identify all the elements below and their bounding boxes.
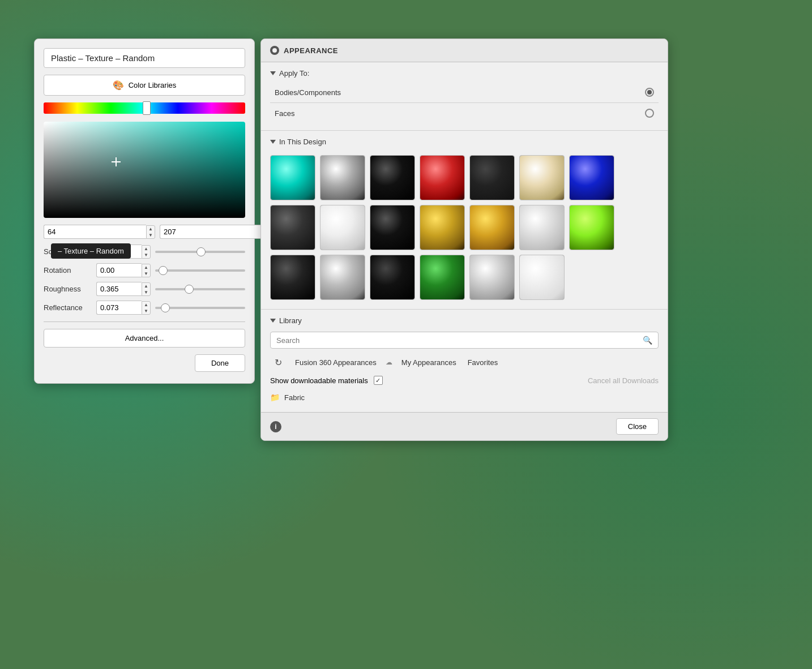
roughness-down[interactable]: ▼	[142, 289, 150, 295]
roughness-slider[interactable]	[155, 284, 245, 295]
rotation-slider[interactable]	[155, 265, 245, 276]
show-downloadable-label: Show downloadable materials	[270, 376, 368, 385]
search-input[interactable]	[276, 336, 643, 345]
material-item-chrome[interactable]	[320, 255, 365, 300]
search-box[interactable]: 🔍	[270, 332, 659, 349]
rotation-label: Rotation	[44, 266, 92, 275]
faces-row[interactable]: Faces	[270, 105, 659, 121]
red-up-arrow[interactable]: ▲	[147, 226, 155, 232]
material-item-white[interactable]	[320, 205, 365, 250]
apply-to-header[interactable]: Apply To:	[270, 69, 659, 78]
close-button[interactable]: Close	[616, 418, 659, 435]
material-item-green[interactable]	[420, 255, 465, 300]
scale-spinner[interactable]: ▲ ▼	[142, 245, 151, 259]
reflectance-row: Reflectance ▲ ▼	[44, 301, 245, 315]
hue-slider[interactable]	[44, 102, 245, 116]
library-header[interactable]: Library	[270, 316, 659, 325]
tab-my-appearances[interactable]: My Appearances	[399, 357, 459, 368]
downloadable-checkbox[interactable]: ✓	[374, 376, 383, 385]
rotation-up[interactable]: ▲	[142, 264, 150, 271]
apply-to-section: Apply To: Bodies/Components Faces	[261, 62, 668, 131]
done-button[interactable]: Done	[195, 354, 245, 372]
scale-thumb[interactable]	[196, 247, 206, 256]
color-gradient-picker[interactable]	[44, 122, 245, 218]
material-item-white2[interactable]	[519, 205, 565, 250]
folder-icon: 📁	[270, 393, 280, 402]
reflectance-thumb[interactable]	[161, 303, 170, 312]
material-item-black4[interactable]	[370, 255, 415, 300]
material-item-silver2[interactable]	[469, 255, 515, 300]
apply-to-triangle	[270, 71, 276, 75]
material-item-light[interactable]	[519, 255, 565, 300]
rotation-input[interactable]	[96, 263, 142, 277]
refresh-button[interactable]: ↻	[270, 354, 286, 370]
red-spinner[interactable]: ▲ ▼	[146, 225, 155, 239]
roughness-up[interactable]: ▲	[142, 283, 150, 289]
roughness-input-group: ▲ ▼	[96, 282, 151, 296]
red-down-arrow[interactable]: ▼	[147, 232, 155, 238]
red-input[interactable]	[44, 225, 146, 239]
tab-favorites[interactable]: Favorites	[465, 357, 500, 368]
in-this-design-header[interactable]: In This Design	[270, 138, 659, 146]
info-icon[interactable]: i	[270, 421, 281, 432]
material-item-lime[interactable]	[569, 205, 614, 250]
color-picker-panel: Plastic – Texture – Random 🎨 Color Libra…	[34, 38, 255, 384]
library-label: Library	[279, 316, 302, 325]
bodies-components-row[interactable]: Bodies/Components	[270, 84, 659, 100]
faces-label: Faces	[275, 109, 294, 118]
rotation-row: Rotation ▲ ▼	[44, 263, 245, 277]
hue-thumb[interactable]	[143, 101, 151, 115]
my-appearances-cloud-icon: ☁	[386, 358, 392, 366]
material-item-teal[interactable]	[270, 155, 315, 200]
reflectance-up[interactable]: ▲	[142, 302, 150, 308]
color-libraries-button[interactable]: 🎨 Color Libraries	[44, 75, 245, 96]
scale-up[interactable]: ▲	[142, 246, 150, 252]
material-item-black2[interactable]	[370, 205, 415, 250]
roughness-spinner[interactable]: ▲ ▼	[142, 282, 151, 296]
scale-down[interactable]: ▼	[142, 252, 150, 258]
material-item-gold2[interactable]	[469, 205, 515, 250]
library-triangle	[270, 319, 276, 323]
tab-fusion360[interactable]: Fusion 360 Appearances	[293, 357, 379, 368]
search-icon: 🔍	[643, 336, 652, 345]
reflectance-input[interactable]	[96, 301, 142, 315]
downloadable-row: Show downloadable materials ✓ Cancel all…	[270, 376, 659, 385]
advanced-button[interactable]: Advanced...	[44, 329, 245, 348]
scale-slider[interactable]	[155, 246, 245, 258]
rotation-input-group: ▲ ▼	[96, 263, 151, 277]
material-item-dark[interactable]	[469, 155, 515, 200]
material-item-red[interactable]	[420, 155, 465, 200]
material-item-silver[interactable]	[320, 155, 365, 200]
material-item-dark2[interactable]	[270, 205, 315, 250]
in-this-design-section: In This Design	[261, 131, 668, 310]
library-section: Library 🔍 ↻ Fusion 360 Appearances ☁ My …	[261, 310, 668, 412]
panel-scroll-area[interactable]: Apply To: Bodies/Components Faces In Thi…	[261, 62, 668, 412]
reflectance-label: Reflectance	[44, 303, 92, 312]
material-item-blue[interactable]	[569, 155, 614, 200]
faces-radio[interactable]	[645, 109, 654, 118]
material-grid	[270, 153, 659, 302]
material-item-black3[interactable]	[270, 255, 315, 300]
palette-icon: 🎨	[113, 80, 124, 91]
appearance-header: APPEARANCE	[261, 39, 668, 62]
hue-track	[44, 102, 245, 114]
bodies-components-label: Bodies/Components	[275, 88, 341, 97]
material-item-gold[interactable]	[420, 205, 465, 250]
roughness-thumb[interactable]	[185, 285, 194, 294]
green-input[interactable]	[160, 225, 262, 239]
material-item-black[interactable]	[370, 155, 415, 200]
fabric-list-item[interactable]: 📁 Fabric	[270, 389, 659, 405]
reflectance-down[interactable]: ▼	[142, 308, 150, 314]
rotation-down[interactable]: ▼	[142, 271, 150, 277]
rotation-spinner[interactable]: ▲ ▼	[142, 264, 151, 277]
rotation-thumb[interactable]	[159, 266, 168, 275]
roughness-row: Roughness ▲ ▼	[44, 282, 245, 296]
apply-to-label: Apply To:	[279, 69, 309, 78]
roughness-input[interactable]	[96, 282, 142, 296]
material-item-cream[interactable]	[519, 155, 565, 200]
bodies-components-radio[interactable]	[645, 88, 654, 97]
reflectance-slider[interactable]	[155, 302, 245, 314]
in-this-design-triangle	[270, 140, 276, 144]
fabric-label: Fabric	[284, 393, 305, 402]
reflectance-spinner[interactable]: ▲ ▼	[142, 301, 151, 315]
